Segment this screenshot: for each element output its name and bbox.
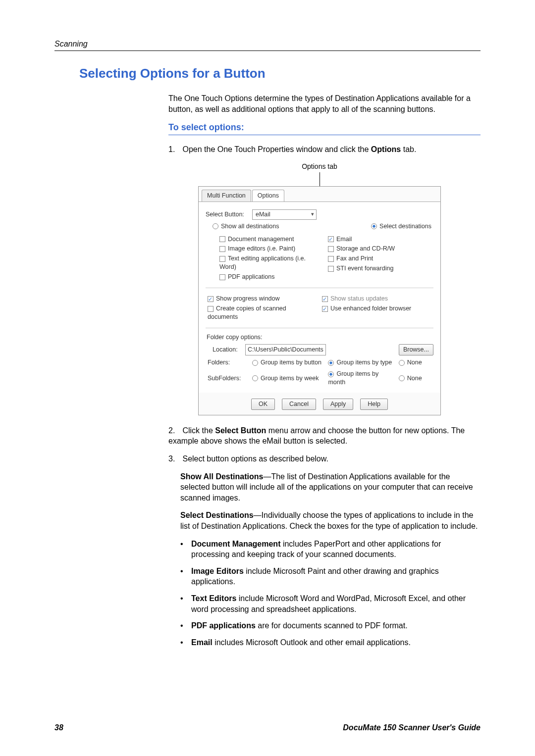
chk-email[interactable] [328, 236, 334, 242]
section-title: Selecting Options for a Button [79, 66, 481, 81]
chk-enhanced-browser[interactable] [322, 306, 328, 312]
chk-fax-label: Fax and Print [336, 255, 373, 262]
chk-storage[interactable] [328, 246, 334, 252]
dest-col-right: Email Storage and CD-R/W Fax and Print S… [328, 234, 431, 283]
app-type-list: Document Management includes PaperPort a… [180, 539, 481, 648]
location-row: Location: C:\Users\Public\Documents Brow… [213, 344, 433, 355]
figure-caption: Options tab [198, 162, 441, 171]
bullet-doc-mgmt: Document Management includes PaperPort a… [180, 539, 481, 560]
dialog-figure: Options tab Multi Function Options Selec… [198, 162, 441, 415]
chk-fax[interactable] [328, 256, 334, 262]
footer-guide-title: DocuMate 150 Scanner User's Guide [343, 723, 481, 732]
page-footer: 38 DocuMate 150 Scanner User's Guide [54, 723, 481, 732]
chk-create-copies[interactable] [208, 306, 214, 312]
chk-image-editors[interactable] [219, 246, 225, 252]
step3-text: Select button options as described below… [182, 454, 328, 463]
chk-sti-label: STI event forwarding [336, 265, 393, 272]
radio-subfolders-by-week[interactable] [252, 375, 258, 381]
step2-bold: Select Button [215, 426, 266, 435]
bullet-email-bold: Email [191, 638, 213, 647]
ok-button[interactable]: OK [251, 399, 275, 410]
separator-2 [206, 328, 433, 328]
header-rule [54, 50, 481, 51]
step1-bold: Options [371, 145, 401, 153]
browse-button[interactable]: Browse... [399, 344, 433, 355]
bullet-doc-mgmt-bold: Document Management [191, 540, 280, 548]
body-block: The One Touch Options determine the type… [168, 93, 481, 648]
tab-content: Select Button: eMail Show all destinatio… [199, 202, 440, 393]
chk-pdf-apps-label: PDF applications [228, 273, 275, 280]
subfolders-by-week-label: Group items by week [261, 375, 319, 382]
select-dest-bold: Select Destinations [180, 511, 254, 519]
bullet-pdf-apps-bold: PDF applications [191, 621, 256, 630]
dialog-buttons: OK Cancel Apply Help [199, 393, 440, 415]
folders-none-label: None [407, 359, 422, 366]
chk-sti[interactable] [328, 266, 334, 272]
chk-status-updates [322, 296, 328, 302]
dialog-tabs: Multi Function Options [199, 187, 440, 202]
show-all-paragraph: Show All Destinations—The list of Destin… [180, 471, 481, 504]
separator-1 [206, 288, 433, 288]
step-3: 3. Select button options as described be… [168, 454, 481, 464]
radio-select-destinations[interactable] [371, 223, 377, 229]
radio-show-all[interactable] [213, 223, 218, 229]
help-button[interactable]: Help [360, 399, 388, 410]
folder-options-grid: Folders: Group items by button Group ite… [208, 358, 431, 387]
bullet-text-editors-bold: Text Editors [191, 594, 236, 603]
destination-mode-row: Show all destinations Select destination… [213, 222, 431, 231]
subsection-title: To select options: [168, 121, 481, 135]
tab-options[interactable]: Options [252, 190, 284, 202]
destination-checkboxes: Document management Image editors (i.e. … [219, 234, 431, 283]
folders-by-type-label: Group items by type [336, 359, 392, 366]
chk-create-copies-label: Create copies of scanned documents [208, 305, 286, 320]
radio-folders-none[interactable] [399, 360, 405, 366]
show-all-bold: Show All Destinations [180, 472, 263, 481]
radio-show-all-label: Show all destinations [221, 223, 279, 230]
misc-checkboxes: Show progress window Create copies of sc… [208, 293, 431, 323]
cancel-button[interactable]: Cancel [282, 399, 316, 410]
bullet-email-rest: includes Microsoft Outlook and other ema… [213, 638, 411, 647]
dest-col-left: Document management Image editors (i.e. … [219, 234, 323, 283]
radio-folders-by-button[interactable] [252, 360, 258, 366]
running-header: Scanning [54, 40, 481, 49]
tab-multi-function[interactable]: Multi Function [202, 190, 251, 202]
caption-leader-line [320, 172, 320, 186]
intro-paragraph: The One Touch Options determine the type… [168, 93, 481, 114]
radio-select-dest-wrap: Select destinations [371, 222, 431, 231]
page: Scanning Selecting Options for a Button … [0, 0, 535, 673]
radio-subfolders-by-month[interactable] [328, 371, 334, 377]
subfolders-none-label: None [407, 375, 422, 382]
chk-email-label: Email [336, 236, 352, 243]
chk-text-editing[interactable] [219, 256, 225, 262]
chk-show-progress-label: Show progress window [216, 295, 280, 302]
subfolders-by-month-label: Group items by month [328, 370, 378, 386]
location-input[interactable]: C:\Users\Public\Documents [245, 344, 326, 355]
apply-button[interactable]: Apply [323, 399, 353, 410]
bullet-image-editors-bold: Image Editors [191, 567, 244, 575]
select-button-label: Select Button: [206, 210, 249, 219]
chk-pdf-apps[interactable] [219, 274, 225, 280]
radio-select-dest-label: Select destinations [379, 223, 431, 230]
select-button-dropdown[interactable]: eMail [252, 209, 317, 220]
bullet-image-editors: Image Editors include Microsoft Paint an… [180, 566, 481, 587]
chk-storage-label: Storage and CD-R/W [336, 245, 395, 252]
bullet-pdf-apps-rest: are for documents scanned to PDF format. [256, 621, 408, 630]
options-dialog: Multi Function Options Select Button: eM… [198, 186, 441, 415]
step1-text-c: tab. [401, 145, 416, 153]
chk-status-updates-label: Show status updates [330, 295, 388, 302]
radio-subfolders-none[interactable] [399, 375, 405, 381]
step-1: 1. Open the One Touch Properties window … [168, 144, 481, 155]
bullet-text-editors: Text Editors include Microsoft Word and … [180, 593, 481, 614]
folder-copy-label: Folder copy options: [207, 333, 433, 342]
location-label: Location: [213, 346, 242, 354]
chk-show-progress[interactable] [208, 296, 214, 302]
step1-text-a: Open the One Touch Properties window and… [182, 145, 371, 153]
step-2: 2. Click the Select Button menu arrow an… [168, 425, 481, 447]
chk-doc-mgmt-label: Document management [228, 236, 294, 243]
chk-image-editors-label: Image editors (i.e. Paint) [228, 245, 295, 252]
step2-text-a: Click the [182, 426, 215, 435]
radio-folders-by-type[interactable] [328, 360, 334, 366]
chk-text-editing-label: Text editing applications (i.e. Word) [219, 255, 306, 270]
chk-doc-mgmt[interactable] [219, 236, 225, 242]
page-number: 38 [54, 723, 63, 732]
